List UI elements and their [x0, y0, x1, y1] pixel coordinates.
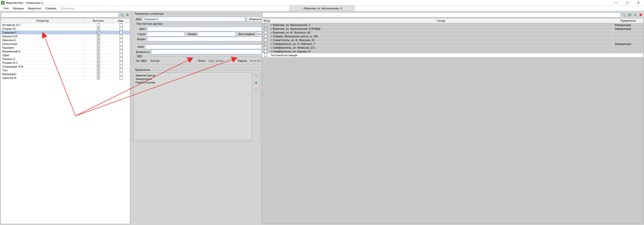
- table-row[interactable]: Тест: [1, 69, 130, 72]
- table-row[interactable]: Сковородин В.В.: [1, 65, 130, 69]
- passport-series-input[interactable]: [147, 32, 185, 36]
- delete-warehouse-icon[interactable]: [638, 13, 643, 17]
- operator-admin[interactable]: [112, 65, 130, 68]
- operator-admin[interactable]: [112, 61, 130, 65]
- menu-marketing[interactable]: Маркетинг: [26, 6, 43, 10]
- warehouse-enabled[interactable]: [262, 38, 269, 42]
- operator-admin[interactable]: [112, 72, 130, 76]
- operator-admin[interactable]: [112, 31, 130, 34]
- table-row[interactable]: Офис: [1, 53, 130, 57]
- add-warehouse-icon[interactable]: [633, 13, 637, 17]
- col-entry[interactable]: Вход: [262, 18, 269, 23]
- menu-functions[interactable]: Функции: [11, 6, 26, 10]
- operator-enabled[interactable]: [85, 57, 112, 61]
- privilege-item[interactable]: Заведующая: [135, 77, 251, 81]
- table-row[interactable]: Иванова Е.: [1, 38, 130, 42]
- warehouse-enabled[interactable]: [262, 23, 269, 27]
- name-input[interactable]: [143, 17, 245, 21]
- operator-enabled[interactable]: [85, 27, 112, 30]
- operator-enabled[interactable]: [85, 72, 112, 76]
- operator-admin[interactable]: [112, 35, 130, 38]
- table-row[interactable]: Катасонова: [1, 42, 130, 46]
- col-warehouse[interactable]: Склад: [269, 18, 613, 23]
- col-operator[interactable]: Оператор: [1, 18, 85, 23]
- table-row[interactable]: г. Самара, Московское шоссе, д. 100: [262, 35, 643, 38]
- table-row[interactable]: г. Симферополь, ул. Киевская, 211: [262, 46, 643, 50]
- warehouse-enabled[interactable]: [262, 50, 269, 53]
- search-icon[interactable]: [120, 13, 124, 17]
- operator-admin[interactable]: [112, 50, 130, 53]
- window-minimize-button[interactable]: —: [611, 0, 622, 6]
- add-operator-icon[interactable]: [125, 13, 130, 17]
- operator-enabled[interactable]: [85, 50, 112, 53]
- privilege-edit-icon[interactable]: [254, 73, 258, 78]
- warehouse-enabled[interactable]: [262, 46, 269, 49]
- warehouse-enabled[interactable]: [262, 35, 269, 38]
- operator-admin[interactable]: [112, 57, 130, 61]
- col-admin[interactable]: Адм.: [112, 18, 130, 23]
- operator-enabled[interactable]: [85, 53, 112, 57]
- operator-enabled[interactable]: [85, 65, 112, 68]
- table-row[interactable]: Тестовый поставщик: [262, 53, 643, 57]
- fio-input[interactable]: [147, 27, 272, 31]
- inn-input[interactable]: [145, 45, 274, 49]
- table-row[interactable]: Фармацевт: [1, 72, 130, 76]
- table-row[interactable]: Гагарин Ю.: [1, 27, 130, 31]
- operator-enabled[interactable]: [85, 69, 112, 72]
- warehouse-enabled[interactable]: [262, 42, 269, 46]
- warehouse-enabled[interactable]: [262, 27, 269, 30]
- operator-admin[interactable]: [112, 53, 130, 57]
- privilege-remove-icon[interactable]: [254, 87, 258, 92]
- search-icon[interactable]: [622, 13, 626, 17]
- operator-enabled[interactable]: [85, 31, 112, 34]
- table-row[interactable]: Пушкин А.С.: [1, 61, 130, 65]
- table-row[interactable]: Каширин: [1, 46, 130, 50]
- table-row[interactable]: г. Симферополь, ул. Кирова, 57: [262, 50, 643, 53]
- col-privilege[interactable]: Привилегия: [613, 18, 643, 23]
- privileges-list[interactable]: АдминистраторЗаведующаяПервостольник: [134, 72, 252, 140]
- col-enabled[interactable]: Включен: [85, 18, 112, 23]
- operators-search-input[interactable]: [1, 12, 119, 17]
- privilege-add-icon[interactable]: [254, 80, 258, 85]
- operator-enabled[interactable]: [85, 76, 112, 80]
- table-row[interactable]: Глазунов С.: [1, 31, 130, 35]
- menu-uchet[interactable]: Учет: [1, 6, 11, 10]
- privilege-item[interactable]: Первостольник: [135, 81, 251, 84]
- table-row[interactable]: г. Воронеж, ул. Арсенальная, 3 (ЕНВД)Зав…: [262, 27, 643, 31]
- window-maximize-button[interactable]: ◻: [622, 0, 633, 6]
- table-row[interactable]: Хриплов И.: [1, 76, 130, 80]
- warehouse-enabled[interactable]: [262, 53, 269, 57]
- table-row[interactable]: Панина О.: [1, 57, 130, 61]
- table-row[interactable]: Макиевский А.: [1, 50, 130, 53]
- window-close-button[interactable]: ✕: [633, 0, 644, 6]
- table-row[interactable]: Астафьев Н.С.: [1, 23, 130, 27]
- warehouse-enabled[interactable]: [262, 31, 269, 34]
- operator-enabled[interactable]: [85, 35, 112, 38]
- operator-admin[interactable]: [112, 76, 130, 80]
- table-row[interactable]: г. Симферополь, ул. А. Невского, 7Заведу…: [262, 42, 643, 46]
- operator-enabled[interactable]: [85, 42, 112, 46]
- operator-enabled[interactable]: [85, 23, 112, 27]
- warehouses-grid[interactable]: Вход Склад Привилегия г. Воронеж, ул. Ар…: [262, 18, 643, 224]
- table-row[interactable]: Иванов И.И.: [1, 35, 130, 38]
- issued-by-input[interactable]: [147, 37, 272, 41]
- operator-admin[interactable]: [112, 23, 130, 27]
- table-row[interactable]: г. Воронеж, ул. Ф. Энгельса, 40: [262, 31, 643, 35]
- operator-admin[interactable]: [112, 46, 130, 49]
- operator-admin[interactable]: [112, 27, 130, 30]
- operator-admin[interactable]: [112, 38, 130, 42]
- operator-enabled[interactable]: [85, 46, 112, 49]
- refresh-icon[interactable]: [627, 13, 632, 17]
- operator-enabled[interactable]: [85, 38, 112, 42]
- menu-help[interactable]: Справка: [43, 6, 58, 10]
- table-row[interactable]: г. Севастополь, ул. Б. Морская, 32: [262, 38, 643, 42]
- operator-enabled[interactable]: [85, 61, 112, 65]
- operator-admin[interactable]: [112, 42, 130, 46]
- position-input[interactable]: [151, 50, 274, 54]
- passport-number-input[interactable]: [198, 32, 236, 36]
- table-row[interactable]: г. Воронеж, ул. Арсенальная, 3Заведующая: [262, 23, 643, 27]
- privilege-item[interactable]: Администратор: [135, 74, 251, 77]
- operators-grid[interactable]: Оператор Включен Адм. Астафьев Н.С.Гагар…: [1, 18, 130, 224]
- warehouses-search-input[interactable]: [262, 12, 621, 17]
- operator-admin[interactable]: [112, 69, 130, 72]
